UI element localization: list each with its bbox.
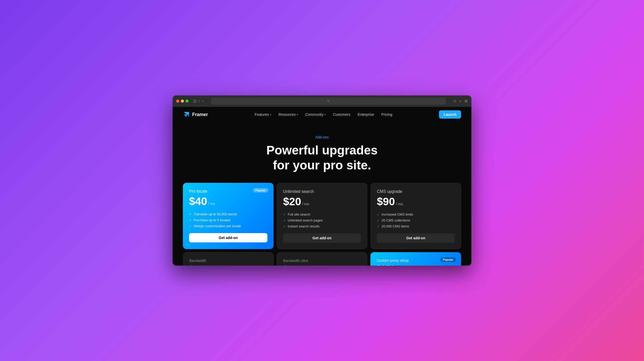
price-amount: $200	[283, 264, 301, 266]
bandwidth-ultra-card: Bandwidth ultra $200 / mo	[277, 252, 367, 266]
framer-logo-icon	[183, 111, 190, 118]
navigation: Framer Features ▾ Resources ▾ Community …	[173, 107, 471, 122]
address-bar[interactable]: ↻	[211, 97, 446, 105]
browser-controls: ⊡ ‹ ›	[193, 99, 204, 103]
sidebar-toggle-icon[interactable]: ⊡	[193, 99, 197, 103]
feature-list: ✓ Increased CMS limits ✓ 20 CMS collecti…	[377, 212, 455, 228]
price-amount: $20	[283, 195, 301, 208]
maximize-button[interactable]	[185, 100, 189, 103]
price-period: / mo	[396, 202, 403, 206]
price-period: / mo	[302, 202, 309, 206]
price-row: $200 / mo	[283, 264, 361, 266]
logo-text: Framer	[192, 112, 208, 117]
popular-badge: Popular	[253, 188, 268, 193]
launch-button[interactable]: Launch	[439, 110, 461, 119]
check-icon: ✓	[189, 218, 192, 222]
refresh-icon: ↻	[327, 99, 330, 103]
hero-section: Add-ons Powerful upgrades for your pro s…	[173, 122, 471, 183]
chevron-down-icon: ▾	[270, 113, 271, 116]
unlimited-search-card: Unlimited search $20 / mo ✓ Full site se…	[277, 183, 367, 249]
feature-item: ✓ Full site search	[283, 212, 361, 216]
nav-pricing[interactable]: Pricing	[381, 112, 392, 117]
page-content: Framer Features ▾ Resources ▾ Community …	[173, 107, 471, 266]
pro-locale-card: Popular Pro locale $40 / mo ✓ Translate …	[183, 183, 274, 249]
feature-item: ✓ Unlimited search pages	[283, 218, 361, 222]
grid-icon[interactable]: ⊞	[464, 99, 468, 103]
price-row: $20 / mo	[283, 195, 361, 208]
bandwidth-card: Bandwidth $100 / mo	[183, 252, 274, 266]
feature-list: ✓ Translate up to 50,000 words ✓ Purchas…	[189, 212, 267, 228]
price-row: $100 / mo	[189, 264, 267, 266]
cms-upgrade-card: CMS upgrade $90 / mo ✓ Increased CMS lim…	[370, 183, 461, 249]
check-icon: ✓	[377, 213, 379, 216]
check-icon: ✓	[377, 219, 379, 222]
hero-tag: Add-ons	[178, 135, 466, 139]
popular-badge: Popular	[440, 257, 456, 262]
browser-window: ⊡ ‹ › ↻ ⎙ + ⊞ Framer	[173, 95, 471, 266]
browser-actions: ⎙ + ⊞	[454, 99, 468, 103]
logo[interactable]: Framer	[183, 111, 208, 118]
nav-customers[interactable]: Customers	[333, 112, 350, 117]
feature-item: ✓ Instant search results	[283, 224, 361, 228]
check-icon: ✓	[283, 213, 286, 216]
custom-proxy-card: Popular Custom proxy setup $350 / mo	[370, 252, 461, 266]
nav-features[interactable]: Features ▾	[255, 112, 271, 117]
price-amount: $90	[377, 195, 395, 208]
forward-icon[interactable]: ›	[202, 99, 203, 103]
get-addon-button[interactable]: Get add-on	[283, 233, 361, 243]
feature-list: ✓ Full site search ✓ Unlimited search pa…	[283, 212, 361, 228]
nav-links: Features ▾ Resources ▾ Community ▾ Custo…	[255, 112, 392, 117]
share-icon[interactable]: ⎙	[454, 99, 456, 103]
price-amount: $100	[189, 264, 208, 266]
check-icon: ✓	[283, 225, 286, 228]
chevron-down-icon: ▾	[324, 113, 326, 116]
feature-item: ✓ 20,000 CMS items	[377, 224, 455, 228]
nav-enterprise[interactable]: Enterprise	[358, 112, 374, 117]
price-row: $350 / mo	[377, 264, 455, 266]
nav-community[interactable]: Community ▾	[305, 112, 326, 117]
pricing-cards-grid: Popular Pro locale $40 / mo ✓ Translate …	[173, 183, 471, 249]
svg-marker-0	[184, 112, 189, 114]
get-addon-button[interactable]: Get add-on	[189, 233, 267, 242]
bottom-cards-grid: Bandwidth $100 / mo Bandwidth ultra $200…	[173, 249, 471, 266]
card-title: Bandwidth	[189, 259, 267, 263]
minimize-button[interactable]	[181, 100, 184, 103]
card-title: Bandwidth ultra	[283, 259, 361, 263]
feature-item: ✓ Translate up to 50,000 words	[189, 212, 267, 216]
close-button[interactable]	[176, 100, 179, 103]
card-title: CMS upgrade	[377, 189, 455, 194]
card-title: Unlimited search	[283, 189, 361, 194]
svg-marker-2	[187, 114, 189, 117]
check-icon: ✓	[189, 212, 192, 216]
feature-item: ✓ 20 CMS collections	[377, 218, 455, 222]
price-amount: $40	[189, 195, 207, 208]
price-amount: $350	[377, 264, 395, 266]
nav-resources[interactable]: Resources ▾	[278, 112, 298, 117]
feature-item: ✓ Design customization per locale	[189, 224, 267, 228]
price-row: $40 / mo	[189, 195, 267, 208]
browser-chrome: ⊡ ‹ › ↻ ⎙ + ⊞	[173, 95, 471, 107]
feature-item: ✓ Increased CMS limits	[377, 212, 455, 216]
chevron-down-icon: ▾	[297, 113, 298, 116]
traffic-lights	[176, 100, 189, 103]
price-row: $90 / mo	[377, 195, 455, 208]
back-icon[interactable]: ‹	[199, 99, 200, 103]
hero-title: Powerful upgrades for your pro site.	[178, 143, 466, 173]
check-icon: ✓	[189, 224, 192, 228]
get-addon-button[interactable]: Get add-on	[377, 233, 455, 243]
new-tab-icon[interactable]: +	[459, 99, 461, 103]
check-icon: ✓	[283, 219, 286, 222]
check-icon: ✓	[377, 225, 379, 228]
svg-marker-1	[184, 114, 187, 117]
price-period: / mo	[208, 202, 215, 206]
feature-item: ✓ Purchase up to 5 locales	[189, 218, 267, 222]
